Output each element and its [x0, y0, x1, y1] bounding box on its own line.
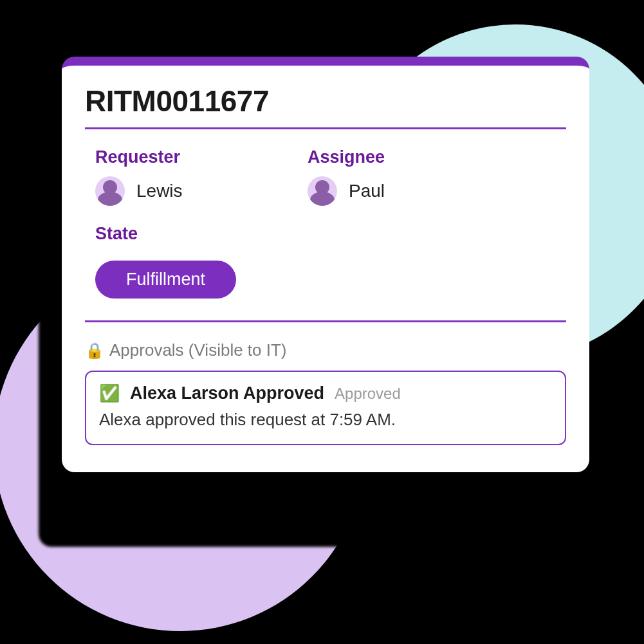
- ticket-card: RITM0011677 Requester Lewis Assignee: [62, 57, 589, 472]
- fields-row: Requester Lewis Assignee Paul: [85, 147, 566, 206]
- assignee-field: Assignee Paul: [308, 147, 475, 206]
- approval-body: Alexa approved this request at 7:59 AM.: [99, 410, 552, 430]
- divider: [85, 127, 566, 129]
- avatar-icon: [308, 176, 337, 206]
- approvals-label-text: Approvals (Visible to IT): [109, 340, 287, 360]
- requester-name: Lewis: [136, 181, 183, 201]
- approval-item[interactable]: ✅ Alexa Larson Approved Approved Alexa a…: [85, 371, 566, 445]
- divider: [85, 320, 566, 322]
- ticket-id: RITM0011677: [85, 84, 566, 118]
- state-pill[interactable]: Fulfillment: [95, 261, 236, 299]
- state-label: State: [95, 224, 566, 244]
- check-icon: ✅: [99, 383, 120, 403]
- requester-label: Requester: [95, 147, 262, 167]
- approvals-section-label: 🔒 Approvals (Visible to IT): [85, 340, 566, 360]
- avatar-icon: [95, 176, 125, 206]
- requester-field: Requester Lewis: [95, 147, 262, 206]
- state-field: State Fulfillment: [85, 224, 566, 299]
- approval-title: Alexa Larson Approved: [130, 383, 324, 403]
- assignee-person[interactable]: Paul: [308, 176, 475, 206]
- assignee-name: Paul: [349, 181, 385, 201]
- lock-icon: 🔒: [85, 342, 104, 360]
- requester-person[interactable]: Lewis: [95, 176, 262, 206]
- approval-status: Approved: [335, 385, 401, 403]
- assignee-label: Assignee: [308, 147, 475, 167]
